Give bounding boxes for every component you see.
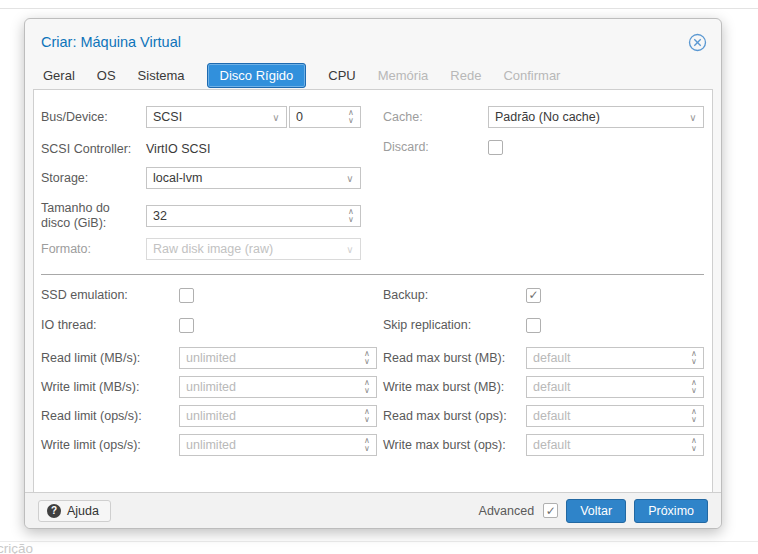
bus-number-spinner[interactable]: ∧∨ (289, 106, 361, 128)
close-icon[interactable] (688, 33, 707, 52)
tab-os[interactable]: OS (97, 63, 116, 88)
spinner-arrows-icon[interactable]: ∧∨ (685, 348, 703, 368)
cache-label: Cache: (383, 110, 488, 124)
backup-label: Backup: (383, 288, 526, 302)
storage-row: Storage: ∨ (41, 167, 383, 189)
write-burst-mb-input[interactable] (527, 377, 703, 397)
next-button[interactable]: Próximo (634, 499, 708, 523)
spinner-arrows-icon[interactable]: ∧∨ (342, 107, 360, 127)
spinner-arrows-icon[interactable]: ∧∨ (358, 348, 376, 368)
read-burst-ops-label: Read max burst (ops): (383, 409, 526, 423)
cache-value[interactable] (489, 107, 703, 127)
read-burst-ops-input[interactable] (527, 406, 703, 426)
advanced-section-divider (41, 274, 704, 275)
skip-replication-checkbox[interactable] (526, 318, 541, 333)
read-limit-ops-input[interactable] (180, 406, 376, 426)
help-button-label: Ajuda (67, 504, 99, 518)
disk-form-panel: Bus/Device: ∨ ∧∨ SCSI Controller: VirtIO… (33, 89, 713, 494)
io-thread-label: IO thread: (41, 318, 179, 332)
dialog-footer: ? Ajuda Advanced ✓ Voltar Próximo (25, 492, 721, 528)
write-limit-mb-label: Write limit (MB/s): (41, 380, 179, 394)
help-button[interactable]: ? Ajuda (38, 500, 111, 522)
write-burst-ops-label: Write max burst (ops): (383, 438, 526, 452)
dialog-header: Criar: Máquina Virtual (25, 19, 721, 61)
read-limit-mb-spinner[interactable]: ∧∨ (179, 347, 377, 369)
spinner-arrows-icon[interactable]: ∧∨ (342, 206, 360, 226)
ssd-emulation-label: SSD emulation: (41, 288, 179, 302)
bus-device-select[interactable]: ∨ (146, 106, 287, 128)
spinner-arrows-icon[interactable]: ∧∨ (358, 377, 376, 397)
discard-checkbox[interactable] (488, 140, 503, 155)
scsi-controller-label: SCSI Controller: (41, 142, 146, 156)
format-value (147, 239, 360, 259)
disk-size-input[interactable] (147, 206, 360, 226)
disk-size-label: Tamanho do disco (GiB): (41, 201, 146, 231)
background-partial-text: crição (0, 541, 33, 554)
write-limit-mb-input[interactable] (180, 377, 376, 397)
chevron-down-icon[interactable]: ∨ (340, 168, 360, 188)
read-limit-ops-row: Read limit (ops/s): ∧∨ (41, 405, 383, 427)
write-burst-mb-row: Write max burst (MB): ∧∨ (383, 376, 704, 398)
advanced-label: Advanced (479, 504, 535, 518)
read-limit-ops-spinner[interactable]: ∧∨ (179, 405, 377, 427)
write-limit-ops-input[interactable] (180, 435, 376, 455)
chevron-down-icon: ∨ (340, 239, 360, 259)
chevron-down-icon[interactable]: ∨ (683, 107, 703, 127)
tab-sistema[interactable]: Sistema (138, 63, 185, 88)
read-burst-mb-row: Read max burst (MB): ∧∨ (383, 347, 704, 369)
background-divider-top (0, 8, 758, 9)
write-limit-mb-row: Write limit (MB/s): ∧∨ (41, 376, 383, 398)
read-limit-ops-label: Read limit (ops/s): (41, 409, 179, 423)
write-limit-ops-row: Write limit (ops/s): ∧∨ (41, 434, 383, 456)
tab-geral[interactable]: Geral (43, 63, 75, 88)
bus-device-row: Bus/Device: ∨ ∧∨ (41, 106, 383, 128)
backup-checkbox[interactable]: ✓ (526, 288, 541, 303)
skip-replication-label: Skip replication: (383, 318, 526, 332)
write-burst-ops-input[interactable] (527, 435, 703, 455)
format-select-disabled: ∨ (146, 238, 361, 260)
read-burst-mb-input[interactable] (527, 348, 703, 368)
tab-rede: Rede (450, 63, 481, 88)
scsi-controller-value: VirtIO SCSI (146, 142, 210, 156)
write-limit-ops-label: Write limit (ops/s): (41, 438, 179, 452)
storage-label: Storage: (41, 171, 146, 185)
format-label: Formato: (41, 242, 146, 256)
tab-cpu[interactable]: CPU (328, 63, 355, 88)
background-divider-bottom (0, 541, 758, 542)
storage-select[interactable]: ∨ (146, 167, 361, 189)
write-burst-mb-spinner[interactable]: ∧∨ (526, 376, 704, 398)
write-burst-mb-label: Write max burst (MB): (383, 380, 526, 394)
ssd-emulation-checkbox[interactable] (179, 288, 194, 303)
cache-select[interactable]: ∨ (488, 106, 704, 128)
tab-disco-rigido[interactable]: Disco Rígido (207, 63, 307, 88)
back-button[interactable]: Voltar (566, 499, 626, 523)
scsi-controller-row: SCSI Controller: VirtIO SCSI (41, 139, 383, 159)
read-burst-ops-spinner[interactable]: ∧∨ (526, 405, 704, 427)
write-limit-mb-spinner[interactable]: ∧∨ (179, 376, 377, 398)
disk-size-row: Tamanho do disco (GiB): ∧∨ (41, 200, 383, 232)
read-burst-mb-label: Read max burst (MB): (383, 351, 526, 365)
disk-size-spinner[interactable]: ∧∨ (146, 205, 361, 227)
spinner-arrows-icon[interactable]: ∧∨ (358, 435, 376, 455)
io-thread-checkbox[interactable] (179, 318, 194, 333)
read-limit-mb-input[interactable] (180, 348, 376, 368)
dialog-title: Criar: Máquina Virtual (41, 34, 688, 50)
io-thread-row: IO thread: (41, 317, 383, 333)
write-burst-ops-spinner[interactable]: ∧∨ (526, 434, 704, 456)
backup-row: Backup: ✓ (383, 287, 704, 303)
chevron-down-icon[interactable]: ∨ (266, 107, 286, 127)
advanced-checkbox[interactable]: ✓ (543, 503, 558, 518)
spinner-arrows-icon[interactable]: ∧∨ (358, 406, 376, 426)
write-limit-ops-spinner[interactable]: ∧∨ (179, 434, 377, 456)
spinner-arrows-icon[interactable]: ∧∨ (685, 406, 703, 426)
storage-value[interactable] (147, 168, 360, 188)
read-burst-mb-spinner[interactable]: ∧∨ (526, 347, 704, 369)
tab-bar: Geral OS Sistema Disco Rígido CPU Memóri… (25, 61, 721, 89)
spinner-arrows-icon[interactable]: ∧∨ (685, 435, 703, 455)
skip-replication-row: Skip replication: (383, 317, 704, 333)
read-limit-mb-label: Read limit (MB/s): (41, 351, 179, 365)
tab-memoria: Memória (378, 63, 429, 88)
spinner-arrows-icon[interactable]: ∧∨ (685, 377, 703, 397)
discard-label: Discard: (383, 140, 488, 154)
tab-confirmar: Confirmar (503, 63, 560, 88)
